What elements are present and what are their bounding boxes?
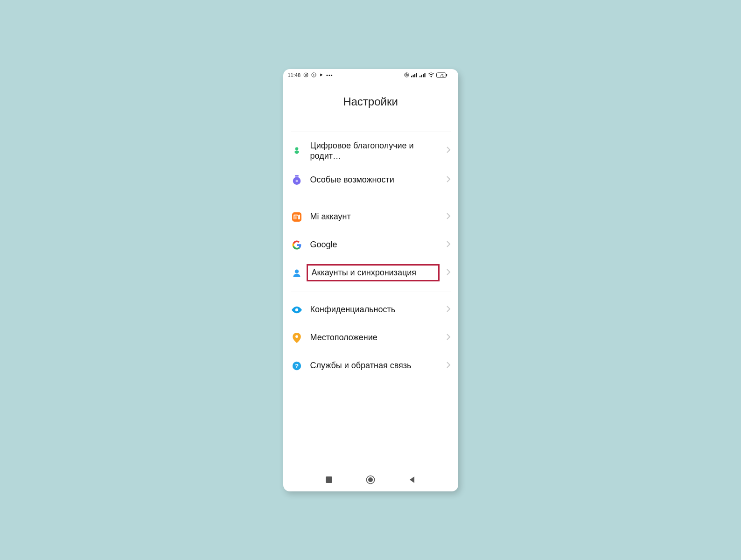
- more-icon: •••: [326, 72, 333, 78]
- status-left: 11:48 •••: [288, 72, 333, 78]
- accessibility-icon: [291, 175, 303, 185]
- settings-list: Цифровое благополучие и родит… Особые во…: [283, 132, 458, 471]
- svg-point-23: [294, 269, 298, 273]
- svg-point-2: [307, 74, 308, 74]
- item-label: Цифровое благополучие и родит…: [310, 140, 439, 161]
- chevron-right-icon: [446, 176, 451, 184]
- settings-item-accessibility[interactable]: Особые возможности: [291, 166, 451, 194]
- mi-icon: [291, 212, 303, 222]
- help-icon: ?: [291, 361, 303, 371]
- compass-icon: [311, 72, 316, 77]
- svg-point-24: [295, 308, 298, 311]
- settings-group: Конфиденциальность Местоположение ? Служ…: [291, 292, 451, 385]
- settings-item-google[interactable]: Google: [291, 231, 451, 259]
- location-pin-icon: [291, 333, 303, 343]
- page-title: Настройки: [283, 81, 458, 132]
- person-icon: [291, 268, 303, 278]
- svg-rect-8: [414, 74, 415, 77]
- instagram-icon: [303, 72, 308, 77]
- svg-point-1: [305, 74, 307, 76]
- status-bar: 11:48 ••• R: [283, 69, 458, 81]
- svg-rect-28: [326, 476, 332, 483]
- item-label: Конфиденциальность: [310, 304, 439, 315]
- svg-rect-9: [416, 73, 417, 77]
- svg-text:R: R: [406, 73, 408, 76]
- item-label: Местоположение: [310, 332, 439, 343]
- settings-group: Mi аккаунт Google Аккаунты и синхронизац: [291, 199, 451, 292]
- svg-rect-19: [294, 175, 298, 176]
- svg-rect-16: [447, 74, 447, 77]
- chevron-right-icon: [446, 269, 451, 277]
- chevron-right-icon: [446, 334, 451, 342]
- settings-item-feedback[interactable]: ? Службы и обратная связь: [291, 352, 451, 380]
- phone-frame: 11:48 ••• R: [283, 69, 458, 491]
- play-icon: [319, 73, 323, 77]
- chevron-right-icon: [446, 147, 451, 155]
- svg-point-14: [431, 76, 432, 77]
- android-nav-bar: [283, 471, 458, 491]
- item-label: Аккаунты и синхронизация: [307, 264, 440, 281]
- signal-1-icon: [411, 72, 418, 77]
- settings-item-accounts-sync[interactable]: Аккаунты и синхронизация: [291, 259, 451, 287]
- svg-point-18: [295, 147, 298, 151]
- chevron-right-icon: [446, 241, 451, 249]
- nav-home-button[interactable]: [361, 475, 380, 484]
- svg-rect-13: [425, 73, 426, 77]
- svg-rect-7: [413, 75, 414, 77]
- settings-group: Цифровое благополучие и родит… Особые во…: [291, 132, 451, 199]
- settings-item-mi-account[interactable]: Mi аккаунт: [291, 203, 451, 231]
- item-label: Особые возможности: [310, 175, 439, 185]
- battery-icon: 75: [436, 72, 453, 78]
- item-label: Google: [310, 239, 439, 250]
- registered-icon: R: [404, 72, 409, 77]
- svg-rect-6: [411, 76, 412, 77]
- eye-icon: [291, 306, 303, 314]
- svg-rect-11: [421, 75, 422, 77]
- svg-rect-10: [419, 76, 420, 77]
- signal-2-icon: [419, 72, 426, 77]
- svg-rect-12: [423, 74, 424, 77]
- nav-recent-button[interactable]: [320, 476, 338, 483]
- battery-level: 75: [440, 73, 444, 77]
- settings-item-location[interactable]: Местоположение: [291, 324, 451, 352]
- status-right: R 75: [404, 72, 453, 78]
- chevron-right-icon: [446, 213, 451, 221]
- status-time: 11:48: [288, 72, 301, 78]
- svg-point-30: [368, 477, 373, 482]
- svg-rect-22: [292, 212, 301, 222]
- svg-point-25: [295, 335, 298, 338]
- chevron-right-icon: [446, 362, 451, 370]
- item-label: Mi аккаунт: [310, 211, 439, 222]
- svg-text:?: ?: [294, 363, 298, 370]
- wellbeing-icon: [291, 146, 303, 155]
- svg-point-21: [295, 180, 298, 182]
- settings-item-privacy[interactable]: Конфиденциальность: [291, 296, 451, 324]
- chevron-right-icon: [446, 306, 451, 314]
- settings-item-wellbeing[interactable]: Цифровое благополучие и родит…: [291, 136, 451, 166]
- nav-back-button[interactable]: [403, 476, 421, 483]
- wifi-icon: [428, 72, 434, 77]
- google-icon: [291, 240, 303, 250]
- item-label: Службы и обратная связь: [310, 360, 439, 371]
